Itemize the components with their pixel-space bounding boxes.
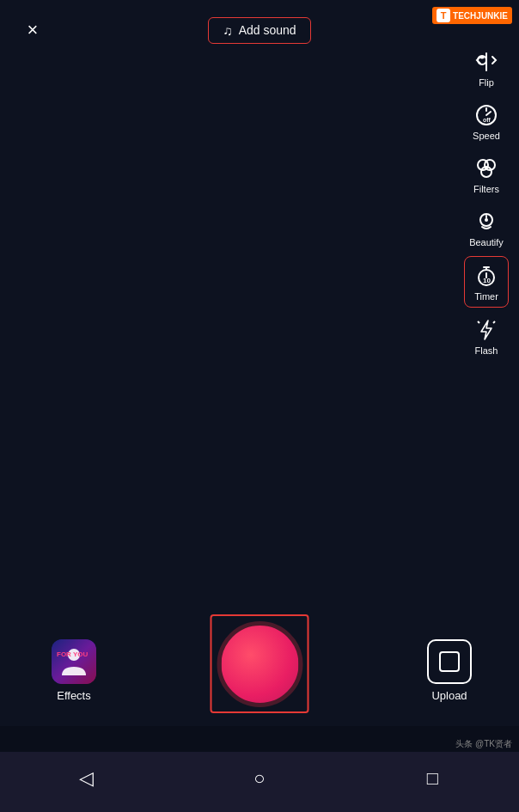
svg-text:FOR YOU: FOR YOU — [57, 650, 89, 658]
flash-label: Flash — [475, 345, 498, 356]
nav-back-button[interactable]: ◁ — [68, 760, 106, 797]
record-outer-border — [211, 614, 309, 713]
filters-icon — [473, 155, 500, 182]
record-area — [211, 614, 309, 713]
svg-rect-15 — [440, 652, 459, 671]
flip-label: Flip — [479, 77, 494, 88]
upload-button[interactable]: Upload — [427, 639, 472, 702]
svg-text:off: off — [483, 117, 492, 123]
flip-icon — [473, 48, 500, 76]
timer-label: Timer — [474, 291, 498, 302]
flash-icon — [473, 316, 500, 344]
svg-line-11 — [493, 321, 495, 323]
bottom-controls: FOR YOU Effects Upload — [0, 614, 519, 726]
effects-label: Effects — [57, 689, 91, 702]
tool-flash[interactable]: Flash — [464, 311, 509, 361]
speed-icon: off — [473, 101, 500, 129]
effects-icon: FOR YOU — [52, 639, 96, 684]
nav-bar: ◁ ○ □ — [0, 752, 519, 812]
watermark-brand: TECHJUNKIE — [453, 11, 508, 21]
tool-beautify[interactable]: Beautify — [464, 203, 509, 253]
camera-preview — [0, 0, 519, 662]
close-button[interactable]: × — [17, 15, 48, 46]
tool-timer[interactable]: 10 Timer — [464, 256, 509, 308]
svg-point-7 — [485, 218, 488, 222]
speed-label: Speed — [473, 131, 500, 141]
nav-home-button[interactable]: ○ — [241, 760, 278, 797]
beautify-label: Beautify — [469, 237, 504, 247]
upload-icon — [427, 639, 472, 684]
filters-label: Filters — [473, 184, 499, 194]
upload-label: Upload — [431, 689, 467, 702]
right-sidebar: Flip off Speed Filters — [464, 43, 509, 361]
tool-filters[interactable]: Filters — [464, 150, 509, 199]
music-icon: ♫ — [223, 23, 232, 38]
effects-button[interactable]: FOR YOU Effects — [52, 639, 96, 702]
tool-speed[interactable]: off Speed — [464, 96, 509, 146]
record-button[interactable] — [217, 621, 302, 707]
watermark-t-logo: T — [437, 9, 450, 22]
add-sound-button[interactable]: ♫ Add sound — [208, 17, 310, 44]
bottom-watermark: 头条 @TK贤者 — [455, 738, 512, 750]
add-sound-label: Add sound — [239, 23, 296, 37]
nav-recents-button[interactable]: □ — [413, 760, 451, 797]
svg-line-10 — [478, 321, 479, 323]
timer-icon: 10 — [473, 262, 500, 290]
tool-flip[interactable]: Flip — [464, 43, 509, 93]
beautify-icon — [473, 208, 500, 235]
watermark: T TECHJUNKIE — [432, 7, 512, 24]
svg-text:10: 10 — [483, 277, 491, 284]
svg-rect-12 — [52, 639, 96, 684]
